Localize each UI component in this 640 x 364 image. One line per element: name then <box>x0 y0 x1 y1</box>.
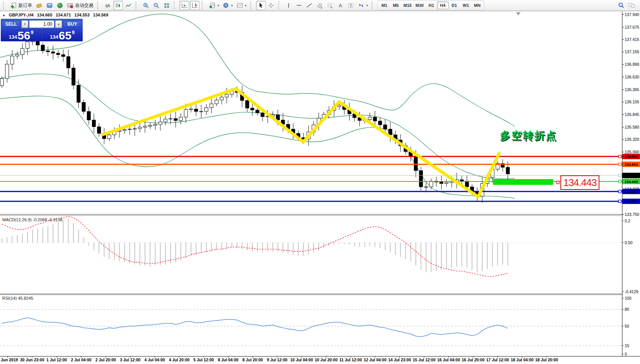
buy-price-main: 65 <box>59 30 71 41</box>
svg-text:0.00: 0.00 <box>625 240 633 245</box>
svg-text:136.630: 136.630 <box>625 75 639 79</box>
text-icon: A <box>337 2 344 9</box>
turning-point-annotation[interactable]: 多空转折点 <box>500 129 557 142</box>
svg-text:4 Jul 04:00: 4 Jul 04:00 <box>144 357 165 362</box>
templates-button[interactable]: ▾ <box>235 1 248 10</box>
crosshair-tool-button[interactable] <box>266 1 276 10</box>
bar-chart-icon <box>104 2 111 9</box>
toolbar-grip <box>202 2 205 9</box>
macd-indicator-label: MACD(12,26,9) -0.2098 -0.3138 <box>2 217 62 222</box>
timeframe-h1[interactable]: H1 <box>426 2 437 9</box>
text-tool-button[interactable]: A <box>336 1 345 10</box>
svg-text:100: 100 <box>625 296 632 300</box>
arrows-icon <box>358 2 364 9</box>
equidistant-channel-icon: E <box>317 2 323 9</box>
new-order-button[interactable]: 新订单 <box>9 1 34 10</box>
svg-text:135.320: 135.320 <box>625 137 639 142</box>
auto-scroll-button[interactable] <box>180 1 189 10</box>
toolbar-grip <box>136 2 139 9</box>
svg-text:134.443: 134.443 <box>625 180 638 184</box>
candlestick-chart-button[interactable] <box>113 1 123 10</box>
channel-tool-button[interactable]: E <box>315 1 325 10</box>
candlestick-chart-icon <box>115 2 121 9</box>
horizontal-line-tool-button[interactable] <box>294 1 304 10</box>
svg-text:30 Jun 23:00: 30 Jun 23:00 <box>20 357 44 362</box>
svg-text:10 Jul 20:00: 10 Jul 20:00 <box>315 357 338 362</box>
highlight-box[interactable] <box>493 179 553 185</box>
svg-text:3 Jul 12:00: 3 Jul 12:00 <box>120 357 140 362</box>
svg-text:2 Jul 04:00: 2 Jul 04:00 <box>71 357 91 362</box>
clock-icon <box>223 2 229 9</box>
svg-text:E: E <box>321 7 322 9</box>
zigzag-trendline[interactable] <box>102 89 499 197</box>
svg-text:136.105: 136.105 <box>625 100 639 104</box>
chart-shift-button[interactable] <box>190 1 199 10</box>
buy-price[interactable]: 134 65 9 <box>42 29 83 41</box>
zoom-out-icon <box>153 2 160 9</box>
vertical-line-icon <box>286 2 292 9</box>
sell-price[interactable]: 134 56 9 <box>1 29 42 41</box>
candles-layer <box>0 36 510 196</box>
svg-text:14 Jul 23:00: 14 Jul 23:00 <box>388 357 411 362</box>
periods-button[interactable]: ▾ <box>221 1 234 10</box>
chart-shift-icon <box>191 2 198 9</box>
timeframe-m15[interactable]: M15 <box>402 2 413 9</box>
timeframe-h4[interactable]: H4 <box>437 2 449 9</box>
svg-text:16 Jul 04:00: 16 Jul 04:00 <box>437 357 460 362</box>
autotrading-icon <box>67 2 73 9</box>
cursor-tool-button[interactable] <box>256 1 266 10</box>
volume-up-button[interactable]: ▴ <box>55 20 62 28</box>
timeframe-w1[interactable]: W1 <box>460 2 472 9</box>
new-order-icon <box>10 2 17 9</box>
zoom-out-button[interactable] <box>152 1 161 10</box>
svg-text:F: F <box>331 7 333 9</box>
svg-text:15: 15 <box>625 343 629 348</box>
chat-icon[interactable] <box>628 2 636 9</box>
autotrading-button[interactable]: 自动交易 <box>65 1 95 10</box>
search-icon[interactable] <box>618 2 625 9</box>
buy-button[interactable]: BUY <box>63 20 82 28</box>
market-watch-button[interactable] <box>34 1 44 10</box>
one-click-trading-panel: SELL ▾ ▴ BUY 134 56 9 134 65 9 <box>1 19 83 41</box>
line-chart-button[interactable] <box>124 1 133 10</box>
svg-text:134.966: 134.966 <box>625 154 638 158</box>
label-tool-button[interactable]: T <box>346 1 356 10</box>
svg-text:136.890: 136.890 <box>625 62 639 67</box>
data-window-button[interactable] <box>45 1 54 10</box>
svg-text:134.569: 134.569 <box>625 173 638 178</box>
timeframe-m30[interactable]: M30 <box>413 2 425 9</box>
vertical-line-tool-button[interactable] <box>284 1 294 10</box>
chart-canvas[interactable]: 137.940137.675137.415137.155136.890136.6… <box>0 11 640 364</box>
volume-input[interactable] <box>29 20 55 28</box>
svg-text:0.2: 0.2 <box>625 219 630 223</box>
indicators-button[interactable]: ▾ <box>207 1 220 10</box>
timeframe-d1[interactable]: D1 <box>449 2 460 9</box>
trendline-tool-button[interactable] <box>305 1 314 10</box>
chart-shift-marker <box>516 12 521 15</box>
navigator-button[interactable] <box>55 1 65 10</box>
svg-text:8 Jul 04:00: 8 Jul 04:00 <box>218 357 238 362</box>
line-chart-icon <box>125 2 132 9</box>
buy-price-pip: 9 <box>72 29 75 35</box>
template-icon <box>237 2 243 9</box>
bar-chart-button[interactable] <box>103 1 113 10</box>
svg-text:10 Jul 04:00: 10 Jul 04:00 <box>290 357 313 362</box>
svg-text:8 Jun 2019: 8 Jun 2019 <box>0 357 18 362</box>
timeframe-m5[interactable]: M5 <box>390 2 402 9</box>
fibonacci-tool-button[interactable]: F <box>325 1 335 10</box>
symbol-ohlc-bar: ▲ GBPJPY-,H4 134.665 134.671 134.553 134… <box>2 13 108 17</box>
zoom-in-button[interactable] <box>141 1 151 10</box>
symbol-marker-icon: ▲ <box>2 13 5 17</box>
timeframe-mn[interactable]: MN <box>472 2 483 9</box>
arrows-tool-button[interactable]: ▾ <box>356 1 369 10</box>
tile-windows-button[interactable] <box>162 1 171 10</box>
svg-text:135.580: 135.580 <box>625 125 639 129</box>
volume-down-button[interactable]: ▾ <box>21 20 28 28</box>
chevron-down-icon: ▾ <box>217 4 219 7</box>
rsi-indicator-label: RSI(14) 45.8245 <box>2 296 33 300</box>
toolbar-grip <box>278 2 282 9</box>
sell-button[interactable]: SELL <box>2 20 21 28</box>
fibonacci-icon: F <box>327 2 333 9</box>
price-callout-box[interactable]: 134.443 <box>560 175 599 190</box>
timeframe-m1[interactable]: M1 <box>379 2 390 9</box>
